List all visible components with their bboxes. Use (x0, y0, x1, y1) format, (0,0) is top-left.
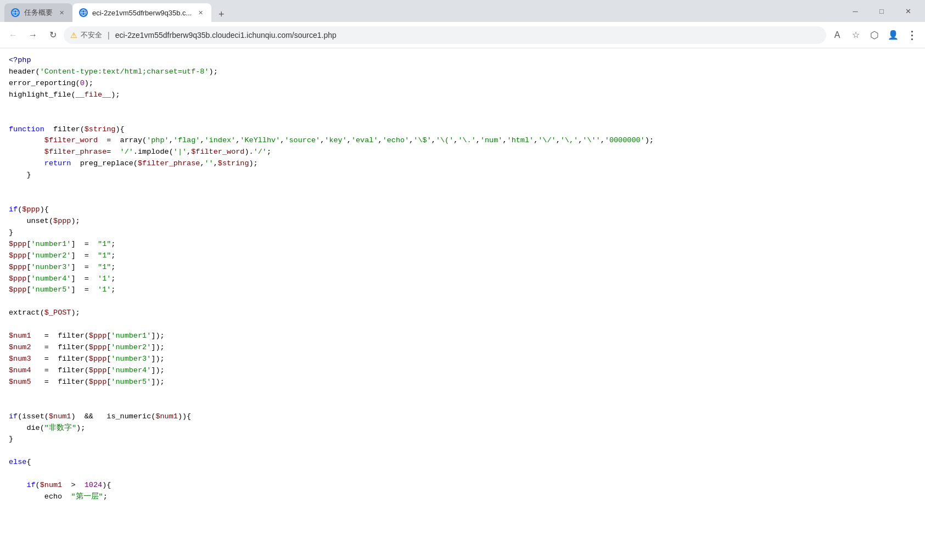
code-line: $num4 = filter($ppp['number4']); (9, 365, 916, 377)
code-line: if($num1 > 1024){ (9, 480, 916, 491)
insecure-label: 不安全 (81, 30, 102, 40)
code-line: $filter_phrase= '/'.implode('|',$filter_… (9, 147, 916, 158)
code-line: else{ (9, 457, 916, 468)
code-line (9, 400, 916, 411)
bookmark-button[interactable]: ☆ (847, 26, 865, 44)
address-bar[interactable]: ⚠ 不安全 | eci-2ze1vm55dfrberw9q35b.cloudec… (64, 26, 826, 44)
code-line: $ppp['number2'] = "1"; (9, 250, 916, 262)
extension-button[interactable]: ⬡ (866, 26, 883, 44)
code-line (9, 388, 916, 400)
titlebar: 任务概要 ✕ eci-2ze1vm55dfrberw9q35b.c... ✕ +… (0, 0, 925, 22)
menu-button[interactable]: ⋮ (903, 26, 921, 44)
tab-1[interactable]: 任务概要 ✕ (4, 3, 72, 22)
code-line (9, 319, 916, 331)
code-line: highlight_file(__file__); (9, 89, 916, 101)
tab-2-label: eci-2ze1vm55dfrberw9q35b.c... (92, 9, 192, 17)
navbar-right: A ☆ ⬡ 👤 ⋮ (828, 26, 921, 44)
window-controls: ─ □ ✕ (843, 0, 921, 22)
back-button[interactable]: ← (4, 26, 22, 44)
code-line: $num2 = filter($ppp['number2']); (9, 342, 916, 354)
navbar: ← → ↻ ⚠ 不安全 | eci-2ze1vm55dfrberw9q35b.c… (0, 22, 925, 48)
code-line: $num5 = filter($ppp['number5']); (9, 377, 916, 388)
code-line: unset($ppp); (9, 216, 916, 227)
code-line: } (9, 227, 916, 239)
code-line: if(isset($num1) && is_numeric($num1)){ (9, 411, 916, 423)
code-line (9, 445, 916, 457)
code-line (9, 468, 916, 480)
code-line: $ppp['number4'] = '1'; (9, 273, 916, 285)
tab-strip: 任务概要 ✕ eci-2ze1vm55dfrberw9q35b.c... ✕ + (4, 0, 229, 22)
tab-1-icon (11, 8, 20, 17)
code-line: $num3 = filter($ppp['number3']); (9, 354, 916, 365)
minimize-button[interactable]: ─ (843, 0, 868, 22)
code-line: header('Content-type:text/html;charset=u… (9, 66, 916, 78)
tab-1-close[interactable]: ✕ (57, 8, 66, 17)
code-line (9, 181, 916, 193)
tab-2[interactable]: eci-2ze1vm55dfrberw9q35b.c... ✕ (72, 3, 211, 22)
restore-button[interactable]: □ (869, 0, 894, 22)
code-line (9, 101, 916, 113)
code-line: $ppp['nunber3'] = "1"; (9, 262, 916, 273)
security-warning-icon: ⚠ (70, 31, 77, 40)
code-line: $ppp['number5'] = '1'; (9, 284, 916, 296)
reload-button[interactable]: ↻ (44, 26, 61, 44)
code-line: echo "第一层"; (9, 491, 916, 503)
code-line: if($ppp){ (9, 204, 916, 216)
code-line: function filter($string){ (9, 124, 916, 136)
close-button[interactable]: ✕ (895, 0, 921, 22)
code-line (9, 296, 916, 307)
code-line: } (9, 170, 916, 181)
code-area: <?phpheader('Content-type:text/html;char… (0, 48, 925, 560)
tab-2-close[interactable]: ✕ (196, 8, 205, 17)
code-line: return preg_replace($filter_phrase,'',$s… (9, 158, 916, 170)
code-line: $filter_word = array('php','flag','index… (9, 135, 916, 147)
new-tab-button[interactable]: + (214, 7, 229, 22)
tab-1-label: 任务概要 (24, 8, 53, 18)
code-line: <?php (9, 55, 916, 66)
profile-button[interactable]: 👤 (884, 26, 902, 44)
code-line (9, 113, 916, 124)
code-line: $ppp['number1'] = "1"; (9, 239, 916, 250)
code-line: $num1 = filter($ppp['number1']); (9, 331, 916, 342)
tab-2-icon (79, 8, 88, 17)
address-text: eci-2ze1vm55dfrberw9q35b.cloudeci1.ichun… (115, 31, 820, 40)
code-line: } (9, 434, 916, 445)
forward-button[interactable]: → (24, 26, 42, 44)
code-line (9, 193, 916, 204)
translate-button[interactable]: A (828, 26, 846, 44)
code-line: error_reporting(0); (9, 78, 916, 89)
code-line: extract($_POST); (9, 307, 916, 319)
code-line: die("非数字"); (9, 423, 916, 434)
